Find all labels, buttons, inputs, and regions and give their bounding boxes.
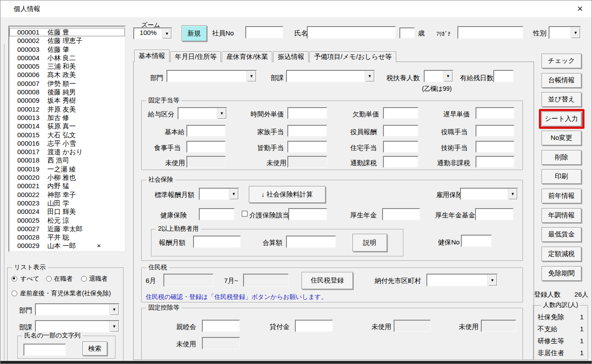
list-item[interactable]: 000019 一之瀬 綾 [9, 165, 125, 173]
family-allowance-field[interactable] [287, 125, 327, 137]
list-item[interactable]: 000002 佐藤 理恵子 [9, 36, 125, 45]
chevron-down-icon[interactable]: ▼ [217, 108, 226, 119]
year-adjust-button[interactable]: 年調情報 [542, 208, 581, 223]
multi-monthly-field[interactable] [193, 236, 241, 248]
chevron-down-icon[interactable]: ▼ [247, 71, 256, 81]
list-item[interactable]: 000017 渡邉 かおり [9, 147, 125, 156]
name-field[interactable] [307, 26, 396, 39]
chevron-down-icon[interactable]: ▼ [229, 189, 238, 199]
list-item[interactable]: 000015 大石 弘文 [9, 131, 125, 139]
no-change-button[interactable]: No変更 [542, 131, 581, 145]
list-item[interactable]: 000016 志平 小雪 [9, 139, 125, 147]
list-item[interactable]: 000007 伊勢 順一 [9, 79, 125, 88]
list-item[interactable]: 000006 髙木 政美 [9, 70, 125, 79]
list-item[interactable]: 000008 後藤 純男 [9, 88, 125, 96]
gender-select[interactable]: ▼ [549, 26, 581, 39]
tab-transfer-info[interactable]: 振込情報 [273, 51, 309, 62]
radio-active[interactable] [46, 276, 52, 282]
loan-field[interactable] [295, 320, 333, 332]
salary-type-select[interactable]: ▼ [178, 107, 227, 120]
ledger-info-button[interactable]: 台帳情報 [542, 73, 581, 88]
list-item[interactable]: 000020 小柳 雅也 [9, 173, 125, 182]
search-button[interactable]: 検索 [82, 341, 107, 356]
employee-no-field[interactable] [245, 26, 283, 39]
list-item[interactable]: 000022 神部 幸子 [9, 190, 125, 199]
filter-dept-select[interactable]: ▼ [35, 303, 120, 316]
commute-nontaxable-field[interactable] [476, 156, 515, 168]
radio-all[interactable] [12, 276, 17, 282]
list-item[interactable]: 000014 荻原 真一 [9, 122, 125, 130]
chevron-down-icon[interactable]: ▼ [162, 28, 171, 39]
list-item[interactable]: 000024 田口 輝美 [9, 207, 125, 216]
min-wage-button[interactable]: 最低賃金 [542, 227, 581, 242]
attendance-allowance-field[interactable] [287, 141, 327, 153]
employee-listbox[interactable]: 000001 佐藤 豊 000002 佐藤 理恵子 000003 佐藤 肇 00… [8, 26, 126, 252]
tab-dates-address[interactable]: 年月日/住所等 [170, 51, 221, 62]
filter-section-select[interactable]: ▼ [35, 320, 120, 333]
chevron-down-icon[interactable]: ▼ [508, 189, 517, 199]
pension-fund-field[interactable] [475, 208, 514, 221]
tab-maternity-leave[interactable]: 産休育休/休業 [222, 51, 272, 62]
list-item[interactable]: 000029 山本 一郎 × [9, 241, 125, 250]
list-item[interactable]: 000025 松元 涼 [9, 216, 125, 225]
list-item[interactable]: 000028 平井 聡 [9, 233, 125, 241]
radio-retired[interactable] [81, 276, 87, 282]
tax-dependents-select[interactable]: ▼ [424, 70, 453, 82]
list-item[interactable]: 000001 佐藤 豊 [9, 28, 125, 36]
pension-field[interactable] [382, 208, 420, 221]
kenpo-no-field[interactable] [461, 235, 492, 247]
skill-allowance-field[interactable] [476, 141, 515, 153]
insurance-calc-button[interactable]: ↓ 社会保険料計算 [249, 186, 325, 203]
chevron-down-icon[interactable]: ▼ [365, 71, 374, 81]
chevron-down-icon[interactable]: ▼ [109, 304, 119, 315]
print-button[interactable]: 印刷 [542, 169, 581, 184]
check-button[interactable]: チェック [542, 54, 581, 68]
absence-rate-field[interactable] [383, 107, 418, 119]
list-item[interactable]: 000027 近藤 幸太郎 [9, 225, 125, 233]
close-icon[interactable]: × [574, 3, 586, 15]
list-item[interactable]: 000013 加古 修 [9, 113, 125, 122]
late-rate-field[interactable] [476, 107, 515, 119]
prev-year-button[interactable]: 前年情報 [542, 189, 581, 203]
commute-taxable-field[interactable] [383, 156, 418, 168]
position-allowance-field[interactable] [476, 125, 515, 137]
chevron-down-icon[interactable]: ▼ [109, 321, 119, 332]
overtime-rate-field[interactable] [287, 107, 327, 119]
list-item[interactable]: 000021 内野 猛 [9, 182, 125, 190]
section-select[interactable]: ▼ [286, 70, 375, 82]
chevron-down-icon[interactable]: ▼ [571, 27, 580, 38]
care-insurance-field[interactable] [288, 208, 327, 221]
officer-pay-field[interactable] [383, 125, 418, 137]
resident-tax-register-button[interactable]: 住民税登録 [302, 272, 353, 289]
explain-button[interactable]: 説明 [352, 234, 387, 252]
exemption-period-button[interactable]: 免除期間 [542, 266, 581, 281]
list-item[interactable]: 000023 山田 学 [9, 199, 125, 207]
delete-button[interactable]: 削除 [542, 150, 581, 165]
paid-leave-field[interactable] [493, 70, 514, 82]
list-item[interactable]: 000004 小林 良二 [9, 54, 125, 62]
list-item[interactable]: 000012 井原 友美 [9, 105, 125, 113]
base-salary-field[interactable] [186, 125, 226, 137]
municipality-select[interactable]: ▼ [426, 274, 498, 287]
furigana-field[interactable] [457, 26, 523, 39]
tab-basic-info[interactable]: 基本情報 [134, 50, 170, 62]
name-search-input[interactable] [23, 344, 66, 356]
list-item[interactable]: 000018 西 浩司 [9, 156, 125, 164]
housing-allowance-field[interactable] [383, 141, 418, 153]
meal-allowance-field[interactable] [186, 141, 226, 153]
list-item[interactable]: 000005 三浦 和美 [9, 62, 125, 70]
tab-misc-memo[interactable]: 予備項目/メモ/おしらせ等 [310, 51, 396, 62]
new-button[interactable]: 新規 [182, 25, 207, 41]
chevron-down-icon[interactable]: ▼ [443, 71, 453, 81]
care-insurance-checkbox[interactable] [242, 211, 248, 217]
list-item[interactable]: 000003 佐藤 肇 [9, 45, 125, 54]
zoom-select[interactable]: 100% ▼ [133, 27, 172, 39]
standard-monthly-select[interactable]: ▼ [199, 188, 239, 200]
health-insurance-field[interactable] [199, 208, 235, 221]
flat-tax-cut-button[interactable]: 定額減税 [542, 247, 581, 261]
sort-button[interactable]: 並び替え [542, 92, 581, 107]
chevron-down-icon[interactable]: ▼ [488, 275, 497, 286]
list-item[interactable]: 000009 坂本 秀樹 [9, 96, 125, 105]
radio-maternity-leave[interactable] [12, 290, 17, 296]
friendship-field[interactable] [202, 320, 240, 332]
